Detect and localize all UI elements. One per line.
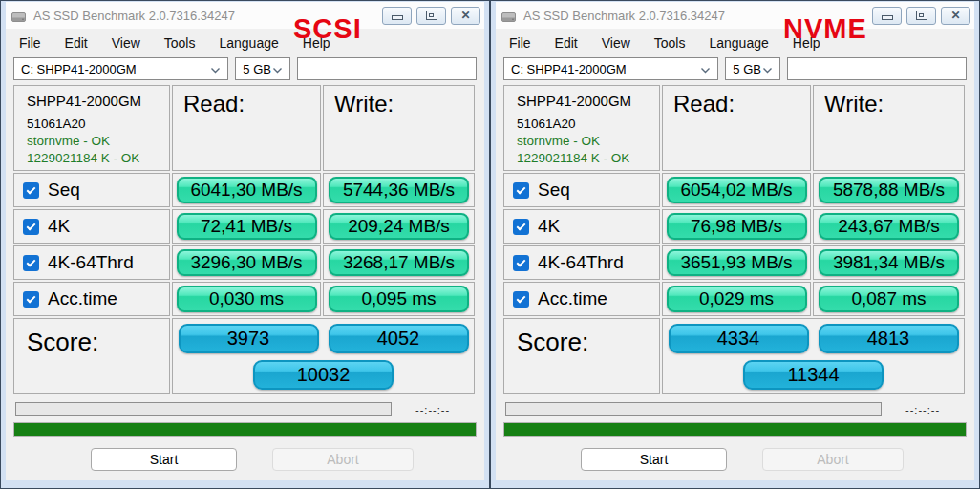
chevron-down-icon bbox=[700, 62, 711, 76]
4k-read-result: 72,41 MB/s bbox=[177, 213, 317, 240]
drive-select[interactable]: C: SHPP41-2000GM bbox=[13, 57, 228, 80]
test-size-value: 5 GB bbox=[733, 62, 761, 76]
menu-language[interactable]: Language bbox=[709, 35, 768, 51]
4k-read-result: 76,98 MB/s bbox=[667, 213, 807, 240]
maximize-button[interactable] bbox=[416, 7, 446, 25]
total-score: 10032 bbox=[253, 360, 394, 390]
drive-model: SHPP41-2000GM bbox=[27, 93, 165, 109]
test-size-select[interactable]: 5 GB bbox=[725, 57, 780, 80]
4k64-row-label: 4K-64Thrd bbox=[48, 252, 134, 273]
check-icon bbox=[517, 184, 526, 194]
maximize-icon bbox=[426, 11, 437, 20]
titlebar[interactable]: AS SSD Benchmark 2.0.7316.34247 ✕ bbox=[6, 2, 484, 29]
menu-file[interactable]: File bbox=[19, 35, 41, 51]
acctime-checkbox[interactable] bbox=[23, 291, 39, 308]
start-button[interactable]: Start bbox=[581, 448, 727, 471]
4k64-row-label-cell: 4K-64Thrd bbox=[503, 245, 660, 280]
drive-info-panel: SHPP41-2000GM 51061A20 stornvme - OK 122… bbox=[13, 85, 170, 171]
drive-capacity: 1863,02 GB bbox=[517, 168, 655, 171]
drive-select[interactable]: C: SHPP41-2000GM bbox=[503, 57, 718, 80]
minimize-button[interactable] bbox=[872, 7, 902, 25]
menu-tools[interactable]: Tools bbox=[164, 35, 196, 51]
acctime-read-result: 0,030 ms bbox=[177, 286, 317, 312]
acctime-checkbox[interactable] bbox=[513, 291, 529, 308]
seq-checkbox[interactable] bbox=[23, 182, 39, 199]
start-button[interactable]: Start bbox=[91, 448, 237, 471]
4k-row-label: 4K bbox=[48, 216, 70, 237]
seq-write-result: 5744,36 MB/s bbox=[329, 177, 469, 203]
test-size-select[interactable]: 5 GB bbox=[235, 57, 290, 80]
titlebar[interactable]: AS SSD Benchmark 2.0.7316.34247 ✕ bbox=[496, 2, 974, 29]
seq-checkbox[interactable] bbox=[513, 182, 529, 199]
score-panel: 3973 4052 10032 bbox=[172, 318, 475, 394]
driver-status: stornvme - OK bbox=[27, 134, 165, 148]
seq-row-label-cell: Seq bbox=[13, 173, 170, 207]
seq-read-result: 6054,02 MB/s bbox=[667, 177, 807, 203]
check-icon bbox=[27, 257, 36, 266]
menu-file[interactable]: File bbox=[509, 35, 531, 51]
acctime-read-cell: 0,030 ms bbox=[172, 282, 321, 316]
results-grid: SHPP41-2000GM 51061A20 stornvme - OK 122… bbox=[503, 85, 967, 394]
minimize-icon bbox=[392, 15, 403, 20]
client-area: File Edit View Tools Language Help SCSI … bbox=[6, 29, 484, 480]
read-score: 4334 bbox=[669, 324, 809, 353]
close-button[interactable]: ✕ bbox=[941, 7, 970, 25]
score-label: Score: bbox=[503, 318, 660, 394]
chevron-down-icon bbox=[210, 62, 221, 76]
menu-bar: File Edit View Tools Language Help bbox=[6, 29, 484, 55]
check-icon bbox=[517, 221, 526, 230]
write-score: 4813 bbox=[819, 324, 959, 353]
overall-progress-bar bbox=[503, 422, 967, 437]
4k64-write-cell: 3981,34 MB/s bbox=[813, 245, 965, 280]
seq-read-result: 6041,30 MB/s bbox=[177, 177, 317, 203]
progress-row: --:--:-- bbox=[505, 402, 967, 416]
score-panel: 4334 4813 11344 bbox=[662, 318, 965, 394]
seq-row-label-cell: Seq bbox=[503, 173, 660, 207]
4k64-checkbox[interactable] bbox=[23, 255, 39, 271]
drive-select-value: C: SHPP41-2000GM bbox=[21, 62, 137, 76]
check-icon bbox=[27, 221, 36, 230]
eta-label: --:--:-- bbox=[415, 404, 450, 415]
acctime-row-label: Acc.time bbox=[48, 288, 117, 309]
4k64-write-result: 3981,34 MB/s bbox=[819, 249, 959, 276]
close-icon: ✕ bbox=[950, 10, 960, 21]
comment-input[interactable] bbox=[297, 57, 477, 80]
overall-progress-bar bbox=[13, 422, 477, 437]
annotation-nvme: NVME bbox=[783, 29, 867, 45]
window-controls: ✕ bbox=[872, 7, 970, 25]
menu-edit[interactable]: Edit bbox=[555, 35, 578, 51]
4k64-checkbox[interactable] bbox=[513, 255, 529, 271]
menu-edit[interactable]: Edit bbox=[65, 35, 88, 51]
chevron-down-icon bbox=[272, 62, 283, 76]
abort-button[interactable]: Abort bbox=[272, 448, 414, 471]
annotation-scsi: SCSI bbox=[293, 29, 362, 45]
read-score: 3973 bbox=[179, 324, 319, 353]
close-button[interactable]: ✕ bbox=[451, 7, 480, 25]
check-icon bbox=[27, 293, 36, 303]
acctime-row-label-cell: Acc.time bbox=[503, 282, 660, 316]
menu-view[interactable]: View bbox=[112, 35, 140, 51]
4k-checkbox[interactable] bbox=[513, 219, 529, 235]
minimize-button[interactable] bbox=[382, 7, 412, 25]
drive-icon bbox=[501, 10, 516, 22]
4k-checkbox[interactable] bbox=[23, 219, 39, 235]
comment-input[interactable] bbox=[787, 57, 967, 80]
write-column-header: Write: bbox=[813, 85, 965, 171]
write-column-header: Write: bbox=[323, 85, 475, 171]
test-size-value: 5 GB bbox=[243, 62, 271, 76]
screen: AS SSD Benchmark 2.0.7316.34247 ✕ File E… bbox=[0, 0, 980, 489]
4k-write-cell: 209,24 MB/s bbox=[323, 209, 475, 244]
seq-read-cell: 6041,30 MB/s bbox=[172, 173, 321, 207]
menu-tools[interactable]: Tools bbox=[654, 35, 686, 51]
seq-write-cell: 5878,88 MB/s bbox=[813, 173, 965, 207]
menu-view[interactable]: View bbox=[602, 35, 630, 51]
seq-write-result: 5878,88 MB/s bbox=[819, 177, 959, 203]
assd-window-scsi: AS SSD Benchmark 2.0.7316.34247 ✕ File E… bbox=[0, 0, 490, 489]
maximize-button[interactable] bbox=[906, 7, 936, 25]
abort-button[interactable]: Abort bbox=[762, 448, 904, 471]
client-area: File Edit View Tools Language Help NVME … bbox=[496, 29, 974, 480]
menu-language[interactable]: Language bbox=[219, 35, 278, 51]
minimize-icon bbox=[882, 15, 893, 20]
check-icon bbox=[27, 184, 36, 194]
acctime-read-result: 0,029 ms bbox=[667, 286, 807, 312]
